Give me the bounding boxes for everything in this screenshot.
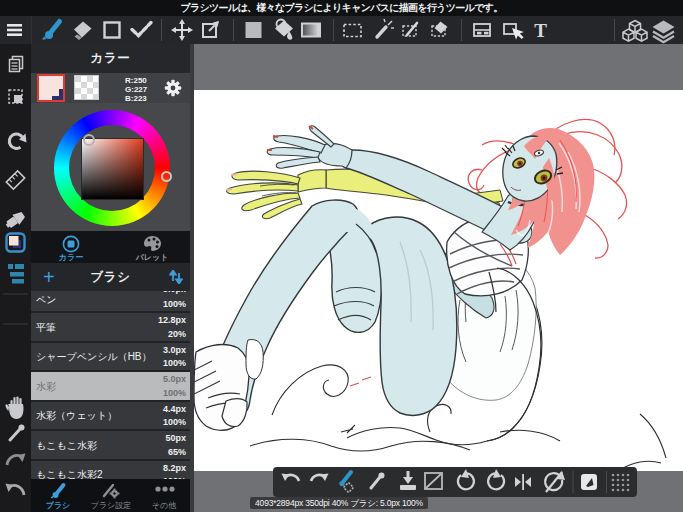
svg-text:T: T xyxy=(534,20,547,41)
